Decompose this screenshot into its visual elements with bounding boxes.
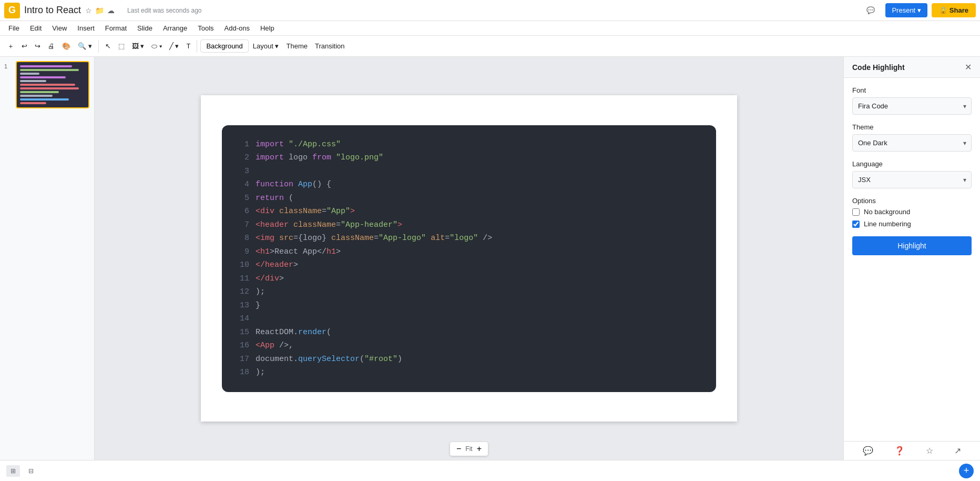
zoom-in-btn[interactable]: +	[477, 444, 482, 454]
menu-view[interactable]: View	[48, 23, 71, 33]
app-logo[interactable]: G	[4, 3, 20, 18]
share-footer-icon[interactable]: ↗	[954, 446, 961, 456]
code-content-10: </header>	[256, 258, 298, 272]
shape-button[interactable]: ⬭ ▾	[148, 40, 165, 53]
panel-body: Font Fira Code Roboto Mono Source Code P…	[844, 78, 980, 264]
theme-select-wrapper: One Dark Dracula GitHub Light Monokai ▾	[852, 134, 972, 152]
layout-button[interactable]: Layout ▾	[250, 40, 282, 52]
line-num-11: 11	[239, 272, 249, 286]
app-logo-icon: G	[8, 5, 16, 16]
cloud-icon[interactable]: ☁	[107, 6, 115, 15]
theme-label: Theme	[852, 123, 972, 131]
line-numbering-option[interactable]: Line numbering	[852, 220, 972, 228]
line-num-3: 3	[239, 165, 249, 178]
last-edit-label: Last edit was seconds ago	[127, 7, 201, 14]
menu-tools[interactable]: Tools	[193, 23, 218, 33]
right-panel: Code Highlight ✕ Font Fira Code Roboto M…	[843, 57, 980, 460]
theme-section: Theme One Dark Dracula GitHub Light Mono…	[852, 123, 972, 152]
options-label: Options	[852, 197, 972, 205]
text-button[interactable]: T	[183, 40, 194, 52]
slide-thumbnail-1[interactable]: 1	[4, 61, 90, 108]
top-bar: G Intro to React ☆ 📁 ☁ Last edit was sec…	[0, 0, 980, 21]
line-num-12: 12	[239, 285, 249, 299]
options-section: Options No background Line numbering	[852, 197, 972, 228]
no-background-option[interactable]: No background	[852, 208, 972, 216]
comment-button[interactable]: 💬	[860, 3, 881, 17]
theme-select[interactable]: One Dark Dracula GitHub Light Monokai	[852, 134, 972, 152]
help-icon[interactable]: ❓	[894, 446, 905, 456]
doc-title: Intro to React	[24, 5, 81, 16]
menu-addons[interactable]: Add-ons	[220, 23, 254, 33]
list-view-button[interactable]: ⊟	[24, 465, 38, 477]
code-content-9: <h1>React App</h1>	[256, 245, 341, 259]
add-button[interactable]: ＋	[4, 39, 17, 53]
no-background-checkbox[interactable]	[852, 208, 860, 216]
print-button[interactable]: 🖨	[45, 40, 58, 52]
code-line-10: 10 </header>	[239, 258, 699, 272]
menu-file[interactable]: File	[4, 23, 24, 33]
line-num-4: 4	[239, 178, 249, 192]
present-button[interactable]: Present ▾	[885, 3, 927, 17]
code-content-7: <header className="App-header">	[256, 218, 402, 232]
panel-header: Code Highlight ✕	[844, 57, 980, 78]
code-content-15: ReactDOM.render(	[256, 326, 331, 339]
line-num-17: 17	[239, 353, 249, 366]
share-button[interactable]: 🔒 Share	[932, 3, 976, 17]
slide-preview-1[interactable]	[16, 61, 89, 108]
code-line-18: 18 );	[239, 366, 699, 379]
image-button[interactable]: 🖼 ▾	[129, 40, 148, 52]
doc-icons: ☆ 📁 ☁	[85, 6, 115, 15]
bottom-bar: ⊞ ⊟ +	[0, 460, 980, 481]
menu-arrange[interactable]: Arrange	[159, 23, 191, 33]
star-icon[interactable]: ☆	[85, 6, 92, 15]
menu-bar: File Edit View Insert Format Slide Arran…	[0, 21, 980, 36]
add-slide-button[interactable]: +	[959, 464, 974, 478]
grid-view-button[interactable]: ⊞	[6, 465, 20, 477]
theme-button[interactable]: Theme	[283, 40, 311, 52]
code-content-4: function App() {	[256, 178, 331, 192]
menu-slide[interactable]: Slide	[133, 23, 157, 33]
code-line-8: 8 <img src={logo} className="App-logo" a…	[239, 232, 699, 245]
no-background-label: No background	[864, 208, 910, 216]
zoom-button[interactable]: 🔍 ▾	[75, 40, 95, 52]
panel-close-button[interactable]: ✕	[965, 62, 972, 72]
paint-format-button[interactable]: 🎨	[59, 40, 74, 52]
code-block[interactable]: 1 import "./App.css" 2 import logo from …	[222, 125, 716, 392]
line-numbering-checkbox[interactable]	[852, 221, 860, 228]
zoom-out-btn[interactable]: −	[456, 444, 461, 454]
canvas-area[interactable]: 1 import "./App.css" 2 import logo from …	[95, 57, 843, 460]
present-label: Present	[892, 6, 915, 14]
panel-footer: 💬 ❓ ☆ ↗	[844, 441, 980, 460]
chat-icon[interactable]: 💬	[863, 446, 873, 456]
cursor-button[interactable]: ↖	[102, 40, 114, 52]
line-button[interactable]: ╱ ▾	[166, 40, 182, 52]
code-content-16: <App />,	[256, 339, 293, 353]
transition-button[interactable]: Transition	[312, 40, 348, 52]
code-line-9: 9 <h1>React App</h1>	[239, 245, 699, 259]
font-select[interactable]: Fira Code Roboto Mono Source Code Pro	[852, 97, 972, 115]
menu-help[interactable]: Help	[256, 23, 279, 33]
line-num-7: 7	[239, 218, 249, 232]
slide-number-1: 1	[4, 63, 13, 69]
line-num-2: 2	[239, 151, 249, 165]
background-button[interactable]: Background	[200, 39, 248, 53]
menu-insert[interactable]: Insert	[73, 23, 99, 33]
code-content-11: </div>	[256, 272, 284, 286]
code-line-14: 14	[239, 312, 699, 326]
menu-format[interactable]: Format	[101, 23, 131, 33]
language-select[interactable]: JSX JavaScript TypeScript Python HTML CS…	[852, 171, 972, 188]
undo-button[interactable]: ↩	[18, 40, 30, 52]
line-num-14: 14	[239, 312, 249, 326]
code-content-17: document.querySelector("#root")	[256, 353, 402, 366]
font-select-wrapper: Fira Code Roboto Mono Source Code Pro ▾	[852, 97, 972, 115]
redo-button[interactable]: ↪	[32, 40, 44, 52]
toolbar: ＋ ↩ ↪ 🖨 🎨 🔍 ▾ ↖ ⬚ 🖼 ▾ ⬭ ▾ ╱ ▾ T Backgrou…	[0, 36, 980, 57]
folder-icon[interactable]: 📁	[95, 6, 104, 15]
code-line-4: 4 function App() {	[239, 178, 699, 192]
select-button[interactable]: ⬚	[115, 40, 128, 52]
highlight-button[interactable]: Highlight	[852, 236, 972, 255]
star-footer-icon[interactable]: ☆	[926, 446, 933, 456]
line-num-13: 13	[239, 299, 249, 313]
menu-edit[interactable]: Edit	[26, 23, 46, 33]
top-right-actions: 💬 Present ▾ 🔒 Share	[860, 3, 976, 17]
